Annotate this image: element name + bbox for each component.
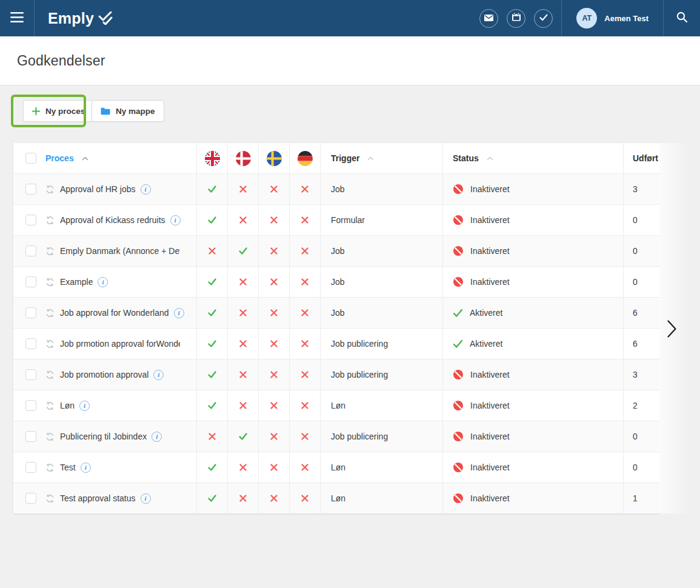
status-label: Inaktiveret [470,370,510,379]
row-checkbox[interactable] [25,338,36,349]
mail-button[interactable] [479,9,498,28]
new-folder-button[interactable]: Ny mappe [92,100,164,122]
language-disabled-cross-icon [227,205,258,235]
table-row[interactable]: Approval of HR jobsiJobInaktiveret3 [13,173,659,204]
status-cell: Inaktiveret [442,421,623,452]
table-row[interactable]: Publicering til JobindexiJob publicering… [13,421,659,452]
status-cell: Inaktiveret [442,390,623,421]
status-inactive-noentry-icon [453,276,464,287]
info-icon[interactable]: i [170,215,181,226]
language-disabled-cross-icon [227,329,258,359]
table-row[interactable]: TestiLønInaktiveret0 [13,452,659,483]
udfort-cell: 0 [623,205,659,235]
status-cell: Inaktiveret [442,359,623,390]
row-checkbox[interactable] [25,493,36,504]
calendar-button[interactable] [507,9,525,28]
row-checkbox[interactable] [25,462,36,473]
language-disabled-cross-icon [289,359,320,390]
language-disabled-cross-icon [227,452,258,483]
language-disabled-cross-icon [289,236,320,266]
column-header-trigger[interactable]: Trigger [331,153,359,163]
top-navbar: Emply AT [0,0,700,36]
plus-icon [32,107,40,115]
sort-asc-icon [367,156,374,161]
search-button[interactable] [664,0,700,36]
user-menu[interactable]: AT Aemen Test [562,0,663,36]
info-icon[interactable]: i [153,370,164,380]
select-all-checkbox[interactable] [25,153,36,164]
info-icon[interactable]: i [141,493,151,504]
new-folder-label: Ny mappe [116,107,155,116]
language-enabled-check-icon [196,205,227,235]
info-icon[interactable]: i [152,432,162,442]
table-row[interactable]: Job promotion approvaliJob publiceringIn… [13,359,659,390]
table-row[interactable]: Job approval for WonderlandiJobAktiveret… [13,297,659,328]
udfort-cell: 2 [623,390,659,421]
status-inactive-noentry-icon [453,431,464,442]
process-name: Emply Danmark (Annonce + Deta... [60,246,180,256]
row-checkbox[interactable] [25,431,36,442]
trigger-cell: Job publicering [320,421,442,452]
status-label: Inaktiveret [470,246,510,256]
row-checkbox[interactable] [25,184,36,195]
trigger-cell: Job [320,298,442,328]
row-checkbox[interactable] [25,276,36,287]
table-row[interactable]: LøniLønInaktiveret2 [13,390,659,421]
sync-icon [45,494,55,503]
process-cell: Job approval for Wonderlandi [13,298,196,328]
language-disabled-cross-icon [289,390,320,421]
status-label: Inaktiveret [470,432,510,441]
table-row[interactable]: Test approval statusiLønInaktiveret1 [13,483,659,513]
table-row[interactable]: ExampleiJobInaktiveret0 [13,266,659,297]
udfort-cell: 1 [623,483,659,513]
brand-logo[interactable]: Emply [48,10,113,27]
info-icon[interactable]: i [81,463,91,473]
sync-icon [45,370,55,379]
table-row[interactable]: Job prmotion approval forWonde...Job pub… [13,328,659,359]
info-icon[interactable]: i [79,401,90,411]
row-checkbox[interactable] [25,369,36,380]
language-enabled-check-icon [227,236,258,266]
status-label: Inaktiveret [470,277,510,287]
brand-name: Emply [48,10,94,27]
sort-asc-icon [82,156,88,161]
scroll-right-button[interactable] [667,319,677,341]
info-icon[interactable]: i [174,308,184,318]
menu-button[interactable] [0,0,35,36]
udfort-cell: 6 [623,329,659,359]
germany-flag [298,151,313,166]
process-name: Job approval for Wonderland [60,308,169,318]
table-row[interactable]: Emply Danmark (Annonce + Deta...JobInakt… [13,235,659,266]
sync-icon [45,309,55,318]
status-cell: Inaktiveret [442,205,623,235]
row-checkbox[interactable] [25,246,36,256]
table-row[interactable]: Approval of Kickass redruitsiFormularIna… [13,204,659,235]
process-cell: Approval of Kickass redruitsi [13,205,196,235]
process-cell: Publicering til Jobindexi [13,421,196,452]
process-cell: Testi [13,452,196,483]
status-inactive-noentry-icon [453,400,464,411]
status-label: Inaktiveret [470,401,510,410]
process-name: Løn [60,401,75,410]
sync-icon [45,432,55,441]
tasks-button[interactable] [534,9,553,28]
chevron-right-icon [667,330,677,340]
row-checkbox[interactable] [25,307,36,318]
user-name: Aemen Test [604,14,648,23]
column-header-status[interactable]: Status [453,153,479,163]
page-header: Godkendelser [0,36,700,85]
trigger-cell: Job publicering [320,329,442,359]
info-icon[interactable]: i [141,184,151,195]
column-header-proces[interactable]: Proces [45,153,74,163]
info-icon[interactable]: i [98,277,108,287]
brand-check-icon [98,12,113,25]
row-checkbox[interactable] [25,400,36,411]
language-disabled-cross-icon [289,452,320,483]
language-disabled-cross-icon [289,205,320,235]
language-disabled-cross-icon [196,421,227,452]
folder-icon [101,107,110,115]
new-process-button[interactable]: Ny proces [23,100,94,122]
language-enabled-check-icon [227,421,258,452]
row-checkbox[interactable] [25,215,36,226]
column-header-udfort: Udført [633,153,658,163]
